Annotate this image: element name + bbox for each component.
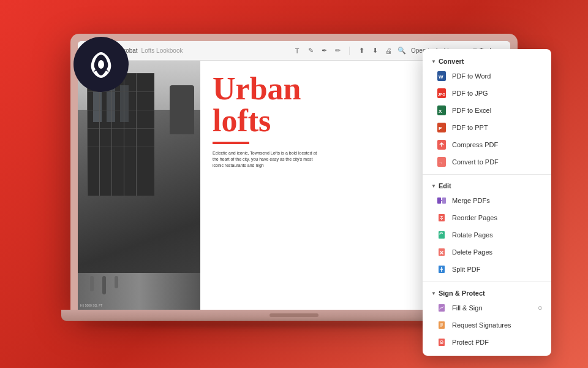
convert-doc-icon: →	[436, 156, 447, 167]
menu-item-rotate-pages[interactable]: Rotate Pages	[423, 226, 551, 243]
svg-rect-22	[441, 342, 442, 343]
ppt-doc-icon: P	[436, 122, 447, 133]
reorder-doc-icon	[436, 212, 447, 223]
edit-chevron-icon: ▼	[431, 183, 436, 189]
svg-rect-16	[439, 231, 445, 239]
pdf-building-image: H | 5000 SQ. FT	[78, 61, 200, 310]
menu-item-pdf-to-word[interactable]: W PDF to Word	[423, 67, 551, 85]
protect-doc-icon	[436, 337, 447, 348]
acrobat-logo-icon	[86, 49, 116, 80]
pdf-body-text: Eclectic and iconic, Townsend Lofts is a…	[213, 150, 323, 168]
svg-text:P: P	[439, 126, 442, 131]
print-icon[interactable]: 🖨	[384, 47, 393, 55]
image-caption: H | 5000 SQ. FT	[80, 304, 102, 307]
divider-1	[423, 174, 551, 175]
acrobat-logo-circle	[74, 37, 129, 92]
menu-item-reorder-pages[interactable]: Reorder Pages	[423, 209, 551, 226]
tree-element	[170, 85, 194, 134]
svg-text:JPG: JPG	[438, 93, 445, 96]
menu-item-pdf-to-jpg[interactable]: JPG PDF to JPG	[423, 85, 551, 102]
pen-tool-icon[interactable]: ✒	[320, 47, 328, 55]
request-doc-icon	[436, 320, 447, 331]
tools-dropdown-panel: ▼ Convert W PDF to Word JPG PDF to JPG X	[423, 49, 551, 356]
menu-item-delete-pages[interactable]: Delete Pages	[423, 243, 551, 261]
svg-text:X: X	[439, 109, 442, 114]
pdf-red-divider	[213, 142, 249, 144]
convert-section-header: ▼ Convert	[423, 54, 551, 67]
svg-rect-13	[437, 197, 441, 204]
convert-chevron-icon: ▼	[431, 59, 436, 64]
menu-item-pdf-to-excel[interactable]: X PDF to Excel	[423, 102, 551, 119]
draw-tool-icon[interactable]: ✎	[306, 47, 315, 55]
download-icon[interactable]: ⬇	[371, 47, 379, 55]
sign-protect-chevron-icon: ▼	[431, 291, 436, 296]
compress-doc-icon	[436, 139, 447, 150]
rotate-doc-icon	[436, 229, 447, 240]
menu-item-fill-sign[interactable]: Fill & Sign ⊙	[423, 299, 551, 316]
sign-doc-icon	[436, 302, 447, 313]
menu-item-request-signatures[interactable]: Request Signatures	[423, 316, 551, 334]
svg-text:→: →	[439, 161, 443, 165]
doc-title: Lofts Lookbook	[141, 47, 183, 54]
menu-item-split-pdf[interactable]: Split PDF	[423, 261, 551, 278]
share-icon[interactable]: ⬆	[357, 47, 366, 55]
sign-protect-section-header: ▼ Sign & Protect	[423, 286, 551, 299]
divider-2	[423, 282, 551, 282]
menu-item-merge-pdfs[interactable]: Merge PDFs	[423, 192, 551, 209]
split-doc-icon	[436, 264, 447, 275]
svg-rect-14	[442, 197, 446, 204]
highlight-tool-icon[interactable]: ✏	[333, 47, 342, 55]
fill-sign-badge: ⊙	[538, 305, 543, 311]
text-tool-icon[interactable]: T	[293, 47, 301, 55]
edit-section-header: ▼ Edit	[423, 178, 551, 192]
menu-item-compress-pdf[interactable]: Compress PDF	[423, 136, 551, 153]
excel-doc-icon: X	[436, 105, 447, 116]
search-icon[interactable]: 🔍	[398, 47, 406, 55]
menu-item-pdf-to-ppt[interactable]: P PDF to PPT	[423, 119, 551, 136]
svg-point-0	[98, 60, 104, 69]
menu-item-protect-pdf[interactable]: Protect PDF	[423, 334, 551, 351]
word-doc-icon: W	[436, 71, 447, 82]
jpg-doc-icon: JPG	[436, 88, 447, 99]
delete-doc-icon	[436, 247, 447, 258]
menu-item-convert-to-pdf[interactable]: → Convert to PDF	[423, 153, 551, 171]
svg-text:W: W	[439, 74, 443, 80]
merge-doc-icon	[436, 195, 447, 206]
